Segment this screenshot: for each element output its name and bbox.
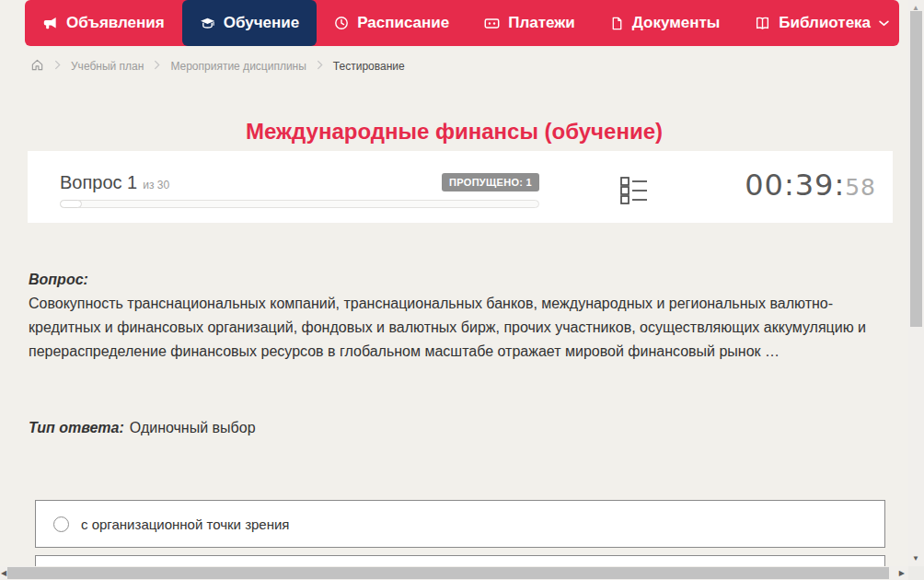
scroll-down-arrow-icon[interactable]: ▼ bbox=[912, 554, 919, 563]
megaphone-icon bbox=[42, 16, 58, 31]
nav-item-label: Объявления bbox=[66, 14, 165, 32]
answer-type-label: Тип ответа: bbox=[29, 420, 124, 435]
chevron-right-icon bbox=[54, 60, 61, 73]
main-navbar: Объявления Обучение Расписание Платежи Д… bbox=[25, 0, 899, 46]
nav-item-learning[interactable]: Обучение bbox=[182, 0, 317, 46]
progress-bar-thumb bbox=[60, 200, 82, 208]
clock-icon bbox=[334, 16, 349, 30]
radio-button-icon[interactable] bbox=[53, 516, 69, 532]
timer-seconds: 58 bbox=[845, 174, 876, 201]
breadcrumb: Учебный план Мероприятие дисциплины Тест… bbox=[30, 57, 405, 75]
answer-option[interactable]: с организационной точки зрения bbox=[35, 500, 885, 548]
document-icon bbox=[610, 17, 624, 30]
question-list-button[interactable] bbox=[620, 175, 648, 204]
chevron-right-icon bbox=[154, 60, 160, 73]
chevron-down-icon bbox=[879, 20, 889, 27]
breadcrumb-item-discipline-event[interactable]: Мероприятие дисциплины bbox=[170, 60, 306, 73]
nav-item-label: Обучение bbox=[224, 14, 299, 32]
scroll-right-arrow-icon[interactable]: ▶ bbox=[899, 569, 905, 577]
nav-item-payments[interactable]: Платежи bbox=[467, 0, 593, 46]
nav-item-schedule[interactable]: Расписание bbox=[317, 0, 467, 46]
skipped-badge: ПРОПУЩЕНО: 1 bbox=[442, 173, 539, 191]
vertical-scrollbar[interactable]: ▲ ▼ bbox=[908, 0, 924, 566]
nav-item-label: Платежи bbox=[508, 14, 575, 32]
horizontal-scrollbar[interactable]: ◀ ▶ bbox=[0, 566, 908, 580]
answer-type-row: Тип ответа:Одиночный выбор bbox=[29, 420, 256, 436]
breadcrumb-item-testing: Тестирование bbox=[333, 60, 405, 73]
nav-item-library[interactable]: Библиотека bbox=[737, 0, 907, 46]
book-icon bbox=[755, 16, 770, 31]
test-page: Объявления Обучение Расписание Платежи Д… bbox=[0, 0, 924, 580]
question-progress-block: Вопрос 1из 30 ПРОПУЩЕНО: 1 bbox=[60, 171, 539, 208]
question-counter: Вопрос 1из 30 bbox=[60, 172, 169, 193]
question-number: Вопрос 1 bbox=[60, 172, 137, 192]
vertical-scrollbar-thumb[interactable] bbox=[910, 11, 922, 327]
nav-item-label: Документы bbox=[632, 14, 721, 32]
nav-item-label: Библиотека bbox=[779, 14, 871, 32]
payment-card-icon bbox=[484, 16, 500, 31]
scrollbar-corner bbox=[908, 566, 924, 580]
question-header-card: Вопрос 1из 30 ПРОПУЩЕНО: 1 00 bbox=[28, 151, 893, 223]
nav-item-label: Расписание bbox=[357, 14, 449, 32]
horizontal-scrollbar-thumb[interactable] bbox=[7, 567, 889, 579]
graduation-cap-icon bbox=[200, 16, 215, 31]
nav-item-announcements[interactable]: Объявления bbox=[25, 0, 182, 46]
home-icon[interactable] bbox=[30, 58, 44, 75]
timer: 00:39:58 bbox=[745, 168, 876, 203]
question-section: Вопрос: Совокупность транснациональных к… bbox=[29, 268, 895, 364]
breadcrumb-item-study-plan[interactable]: Учебный план bbox=[71, 60, 144, 73]
scroll-left-arrow-icon[interactable]: ◀ bbox=[1, 569, 6, 577]
timer-main: 00:39: bbox=[745, 168, 845, 203]
progress-bar bbox=[60, 200, 539, 208]
question-total: из 30 bbox=[143, 179, 169, 191]
question-prompt-label: Вопрос: bbox=[29, 268, 895, 292]
answer-type-value: Одиночный выбор bbox=[130, 420, 256, 435]
answer-option-label: с организационной точки зрения bbox=[81, 516, 289, 532]
question-list-icon bbox=[620, 191, 648, 207]
chevron-right-icon bbox=[317, 60, 323, 73]
nav-item-documents[interactable]: Документы bbox=[593, 0, 738, 46]
question-text: Совокупность транснациональных компаний,… bbox=[29, 292, 895, 364]
page-title: Международные финансы (обучение) bbox=[0, 119, 908, 145]
